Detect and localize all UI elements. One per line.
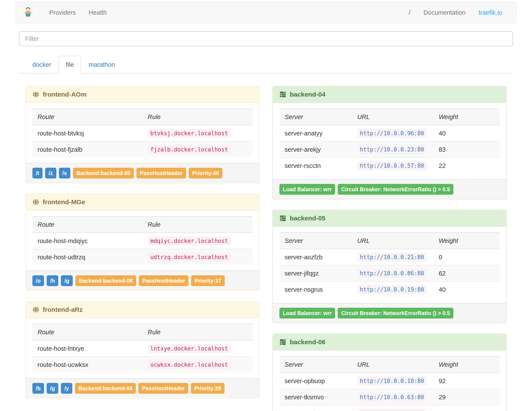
frontend-name: frontend-AOm	[43, 91, 86, 98]
backend-card-body: Server URL Weight server-aozfzb http://1…	[273, 227, 506, 303]
filter-input[interactable]	[19, 31, 513, 46]
tab-file[interactable]: file	[58, 56, 81, 73]
nav-link-providers[interactable]: Providers	[43, 9, 82, 16]
server-url-code: http://10.0.0.23:80	[357, 145, 427, 154]
rule-code: mdqiyc.docker.localhost	[148, 236, 231, 245]
frontends-column: frontend-AOm Route Rule	[19, 86, 266, 409]
server-weight: 62	[434, 265, 500, 281]
table-row: server-tksmvo http://10.0.0.63:80 29	[279, 389, 500, 405]
route-column-header: Route	[32, 109, 142, 125]
entrypoint-badge: /z	[45, 168, 56, 178]
circuit-breaker-badge: Circuit Breaker: NetworkErrorRatio () > …	[338, 308, 453, 319]
frontend-card-header: frontend-AOm	[26, 87, 259, 103]
frontend-card-body: Route Rule route-host-lntxye lntxye.dock…	[26, 318, 259, 378]
tab-marathon[interactable]: marathon	[81, 56, 123, 73]
server-name: server-aozfzb	[279, 249, 352, 265]
frontend-card: frontend-AOm Route Rule	[26, 86, 259, 183]
servers-table: Server URL Weight server-anatyy http://1…	[279, 108, 500, 174]
server-name: server-arekjy	[279, 141, 352, 157]
priority-badge: Priority:29	[191, 383, 225, 394]
rule-cell: mdqiyc.docker.localhost	[142, 233, 253, 249]
frontend-name: frontend-aRz	[43, 306, 83, 313]
table-row: server-nsgrus http://10.0.0.19:80 40	[279, 281, 500, 297]
provider-tabs: docker file marathon	[19, 56, 513, 73]
entrypoint-badge: /y	[61, 383, 72, 394]
table-header-row: Server URL Weight	[279, 356, 500, 373]
frontend-card-header: frontend-MGe	[26, 194, 259, 210]
backend-card-header: backend-06	[273, 334, 506, 351]
server-name: server-tksmvo	[279, 389, 352, 405]
backend-card-footer: Load Balancer: wrr Circuit Breaker: Netw…	[273, 303, 506, 323]
server-column-header: Server	[279, 356, 352, 373]
server-weight: 22	[434, 157, 500, 174]
server-url-code: http://10.0.0.21:80	[357, 253, 427, 262]
table-row: server-opbuop http://10.0.0.18:80 92	[279, 373, 500, 389]
url-column-header: URL	[352, 109, 434, 125]
weight-column-header: Weight	[434, 109, 500, 125]
route-column-header: Route	[32, 324, 142, 340]
backend-card-header: backend-05	[273, 210, 506, 227]
table-row: server-jifqgz http://10.0.0.86:80 62	[279, 265, 500, 281]
table-row: server-updome http://10.0.0.83:80 57	[279, 405, 500, 411]
server-weight: 83	[434, 141, 500, 157]
passhostheader-badge: PassHostHeader	[138, 383, 188, 394]
server-column-header: Server	[279, 109, 352, 125]
table-row: route-host-ucwksx ucwksx.docker.localhos…	[32, 357, 253, 372]
route-name: route-host-mdqiyc	[32, 233, 142, 249]
entrypoint-badge: /h	[47, 275, 58, 286]
server-icon	[279, 91, 286, 98]
content: frontend-AOm Route Rule	[19, 86, 513, 411]
circuit-breaker-badge: Circuit Breaker: NetworkErrorRatio () > …	[338, 184, 453, 195]
backend-card-header: backend-04	[273, 87, 506, 103]
url-cell: http://10.0.0.96:80	[352, 125, 434, 141]
server-name: server-nsgrus	[279, 281, 352, 297]
table-header-row: Route Rule	[32, 216, 253, 233]
nav-link-traefik-io[interactable]: traefik.io	[472, 9, 509, 16]
rule-code: udtrzq.docker.localhost	[148, 253, 231, 262]
frontend-card-header: frontend-aRz	[26, 302, 259, 318]
weight-column-header: Weight	[434, 233, 500, 249]
server-url-code: http://10.0.0.18:80	[357, 376, 427, 385]
backend-card-body: Server URL Weight server-anatyy http://1…	[273, 103, 506, 179]
routes-table: Route Rule route-host-mdqiyc mdqiyc.dock…	[32, 216, 253, 265]
url-column-header: URL	[352, 233, 434, 249]
server-name: server-opbuop	[279, 373, 352, 389]
table-header-row: Route Rule	[32, 324, 253, 340]
traefik-logo-icon[interactable]	[23, 7, 33, 18]
url-cell: http://10.0.0.57:80	[352, 157, 434, 174]
nav-link-health[interactable]: Health	[82, 9, 113, 16]
table-row: server-arekjy http://10.0.0.23:80 83	[279, 141, 500, 157]
route-name: route-host-lntxye	[32, 340, 142, 357]
frontend-card: frontend-aRz Route Rule	[26, 301, 259, 399]
table-header-row: Route Rule	[32, 109, 253, 125]
rule-column-header: Rule	[142, 109, 253, 125]
backend-card-body: Server URL Weight server-opbuop http://1…	[273, 351, 506, 411]
frontend-card-footer: /t /z /s Backend:backend-05 PassHostHead…	[26, 163, 259, 183]
servers-table: Server URL Weight server-aozfzb http://1…	[279, 232, 500, 297]
route-column-header: Route	[32, 216, 142, 233]
url-cell: http://10.0.0.63:80	[352, 389, 434, 405]
backend-badge: Backend:backend-04	[75, 383, 136, 394]
passhostheader-badge: PassHostHeader	[139, 275, 189, 286]
priority-badge: Priority:37	[191, 275, 225, 286]
table-row: route-host-fjzalb fjzalb.docker.localhos…	[32, 141, 253, 157]
server-name: server-updome	[279, 405, 352, 411]
server-icon	[279, 339, 286, 345]
backend-card-footer: Load Balancer: wrr Circuit Breaker: Netw…	[273, 179, 506, 199]
nav-link-root[interactable]: /	[402, 9, 417, 16]
table-row: server-aozfzb http://10.0.0.21:80 0	[279, 249, 500, 265]
rule-code: fjzalb.docker.localhost	[148, 145, 231, 154]
frontend-name: frontend-MGe	[43, 198, 85, 206]
backend-name: backend-06	[290, 338, 325, 346]
load-balancer-badge: Load Balancer: wrr	[279, 308, 335, 319]
frontend-card-footer: /o /h /g Backend:backend-06 PassHostHead…	[26, 271, 259, 290]
route-name: route-host-fjzalb	[32, 141, 142, 157]
url-cell: http://10.0.0.18:80	[352, 373, 434, 389]
rule-cell: ucwksx.docker.localhost	[142, 357, 253, 372]
nav-link-documentation[interactable]: Documentation	[417, 9, 472, 16]
tab-docker[interactable]: docker	[25, 56, 58, 73]
table-row: route-host-lntxye lntxye.docker.localhos…	[32, 340, 253, 357]
server-url-code: http://10.0.0.96:80	[357, 129, 427, 138]
rule-code: btvksj.docker.localhost	[148, 129, 231, 138]
table-row: route-host-udtrzq udtrzq.docker.localhos…	[32, 249, 253, 265]
